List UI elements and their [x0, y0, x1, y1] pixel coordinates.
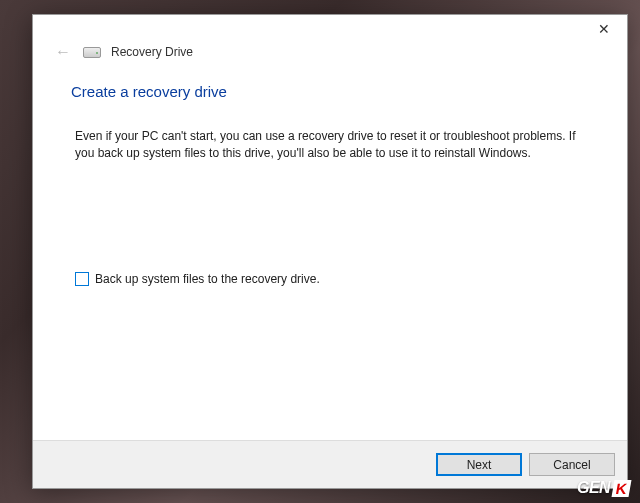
page-description: Even if your PC can't start, you can use… — [71, 128, 589, 162]
drive-icon — [83, 47, 101, 58]
close-button[interactable]: ✕ — [581, 15, 627, 43]
next-button[interactable]: Next — [436, 453, 522, 476]
backup-checkbox-label[interactable]: Back up system files to the recovery dri… — [95, 272, 320, 286]
back-icon: ← — [53, 43, 73, 61]
cancel-button[interactable]: Cancel — [529, 453, 615, 476]
page-heading: Create a recovery drive — [71, 83, 589, 100]
close-icon: ✕ — [598, 21, 610, 37]
wizard-title: Recovery Drive — [111, 45, 193, 59]
button-bar: Next Cancel — [33, 440, 627, 488]
watermark: GENK — [577, 479, 630, 497]
titlebar: ✕ — [33, 15, 627, 45]
content-area: Create a recovery drive Even if your PC … — [33, 61, 627, 286]
backup-checkbox-row[interactable]: Back up system files to the recovery dri… — [71, 272, 589, 286]
watermark-text: GEN — [577, 479, 610, 497]
recovery-drive-dialog: ✕ ← Recovery Drive Create a recovery dri… — [32, 14, 628, 489]
backup-checkbox[interactable] — [75, 272, 89, 286]
header-row: ← Recovery Drive — [33, 43, 627, 61]
watermark-accent: K — [612, 480, 632, 497]
